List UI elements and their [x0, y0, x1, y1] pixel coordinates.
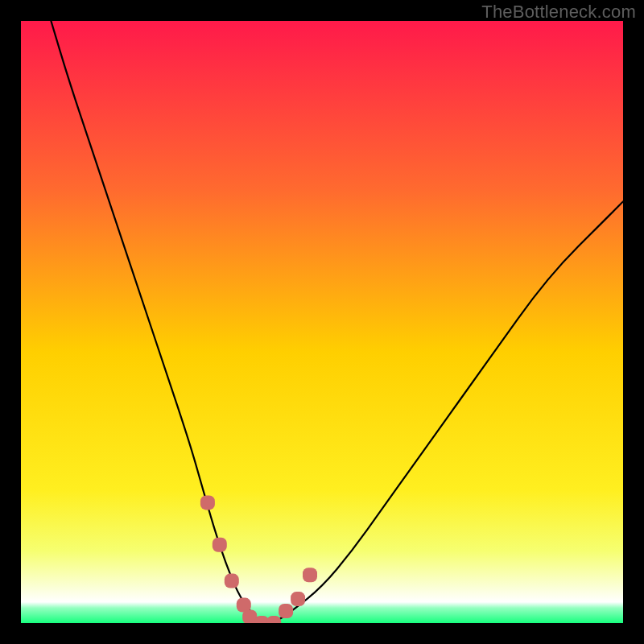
lowlight-marker [225, 574, 239, 588]
lowlight-marker [200, 495, 215, 510]
lowlight-marker [266, 616, 281, 623]
lowlight-marker [291, 592, 305, 606]
lowlight-markers [21, 21, 623, 623]
plot-area [21, 21, 623, 623]
lowlight-marker [303, 568, 317, 582]
lowlight-marker [213, 538, 227, 552]
chart-frame: TheBottleneck.com [0, 0, 644, 644]
watermark-text: TheBottleneck.com [481, 2, 636, 23]
lowlight-marker [279, 604, 293, 618]
